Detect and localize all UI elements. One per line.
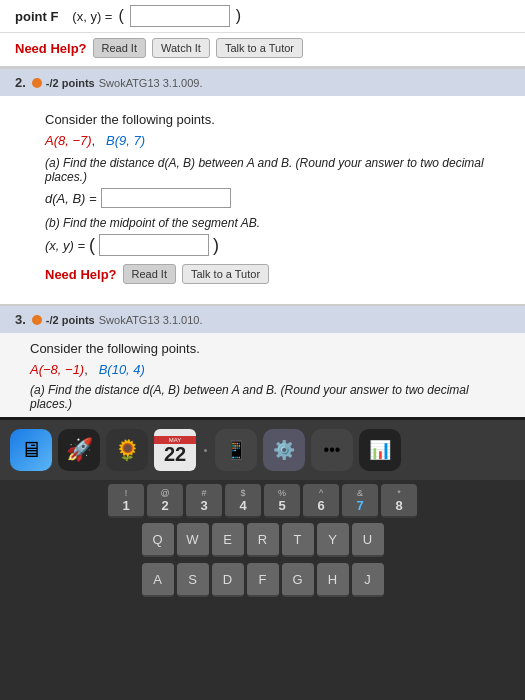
photos-icon: 🌻 [115, 438, 140, 462]
dock-strip: 🖥 🚀 🌻 MAY 22 📱 ⚙️ ••• 📊 [0, 420, 525, 480]
q2-da-b-label: d(A, B) = [45, 191, 97, 206]
talk-to-tutor-button-top[interactable]: Talk to a Tutor [216, 38, 303, 58]
question-2-section: 2. -/2 points SwokATG13 3.1.009. Conside… [0, 68, 525, 304]
q2-xy-row: (x, y) = ( ) [45, 234, 490, 256]
open-paren-top: ( [118, 7, 123, 25]
kb-key-2[interactable]: @2 [147, 484, 183, 518]
q2-point-b: B(9, 7) [106, 133, 145, 148]
q3-part-a-partial: (a) Find the distance d(A, B) between A … [30, 383, 505, 411]
question-2-header: 2. -/2 points SwokATG13 3.1.009. [0, 69, 525, 96]
q2-points: -/2 points [46, 77, 95, 89]
q2-consider: Consider the following points. [45, 112, 490, 127]
q2-number: 2. [15, 75, 26, 90]
q2-code: SwokATG13 3.1.009. [99, 77, 203, 89]
keyboard-area: !1 @2 #3 $4 %5 ^6 &7 *8 Q W E R T Y U A … [0, 480, 525, 700]
kb-key-j[interactable]: J [352, 563, 384, 597]
q2-xy-label: (x, y) = [45, 238, 85, 253]
kb-key-4[interactable]: $4 [225, 484, 261, 518]
kb-key-3[interactable]: #3 [186, 484, 222, 518]
orange-dot-q3 [32, 315, 42, 325]
xy-label-top: (x, y) = [72, 9, 112, 24]
app2-icon: ⚙️ [273, 439, 295, 461]
q2-need-help-row: Need Help? Read It Talk to a Tutor [45, 264, 490, 284]
kb-key-f[interactable]: F [247, 563, 279, 597]
kb-key-g[interactable]: G [282, 563, 314, 597]
q3-body: Consider the following points. A(−8, −1)… [0, 333, 525, 417]
point-f-row: point F (x, y) = ( ) [0, 0, 525, 33]
kb-key-q[interactable]: Q [142, 523, 174, 557]
app1-icon: 📱 [225, 439, 247, 461]
q2-need-help-label: Need Help? [45, 267, 117, 282]
point-f-input[interactable] [130, 5, 230, 27]
kb-key-a[interactable]: A [142, 563, 174, 597]
q2-open-paren: ( [89, 235, 95, 256]
finder-icon: 🖥 [20, 437, 42, 463]
need-help-label-top: Need Help? [15, 41, 87, 56]
q2-read-it-button[interactable]: Read It [123, 264, 176, 284]
q3-points: -/2 points [46, 314, 95, 326]
dock-icon-photos[interactable]: 🌻 [106, 429, 148, 471]
q2-da-b-row: d(A, B) = [45, 188, 490, 208]
q3-code: SwokATG13 3.1.010. [99, 314, 203, 326]
q3-point-b: B(10, 4) [99, 362, 145, 377]
orange-dot-q2 [32, 78, 42, 88]
q2-close-paren: ) [213, 235, 219, 256]
kb-key-1[interactable]: !1 [108, 484, 144, 518]
kb-key-5[interactable]: %5 [264, 484, 300, 518]
kb-key-u[interactable]: U [352, 523, 384, 557]
launchpad-icon: 🚀 [66, 437, 93, 463]
question-3-header: 3. -/2 points SwokATG13 3.1.010. [0, 306, 525, 333]
read-it-button-top[interactable]: Read It [93, 38, 146, 58]
q3-number: 3. [15, 312, 26, 327]
kb-key-d[interactable]: D [212, 563, 244, 597]
q3-consider: Consider the following points. [30, 341, 505, 356]
kb-row-asdf: A S D F G H J [0, 560, 525, 600]
app3-icon: 📊 [369, 439, 391, 461]
kb-key-y[interactable]: Y [317, 523, 349, 557]
close-paren-top: ) [236, 7, 241, 25]
kb-number-row: !1 @2 #3 $4 %5 ^6 &7 *8 [0, 480, 525, 520]
q2-da-b-input[interactable] [101, 188, 231, 208]
calendar-day: 22 [164, 444, 186, 464]
q3-points-list: A(−8, −1), B(10, 4) [30, 362, 505, 377]
kb-key-h[interactable]: H [317, 563, 349, 597]
dock-icon-app3[interactable]: 📊 [359, 429, 401, 471]
kb-key-w[interactable]: W [177, 523, 209, 557]
q2-points-list: A(8, −7), B(9, 7) [45, 133, 490, 148]
q2-talk-to-tutor-button[interactable]: Talk to a Tutor [182, 264, 269, 284]
kb-key-8[interactable]: *8 [381, 484, 417, 518]
more-icon: ••• [324, 441, 341, 459]
q2-xy-input[interactable] [99, 234, 209, 256]
question-3-section: 3. -/2 points SwokATG13 3.1.010. Conside… [0, 304, 525, 417]
q2-body: Consider the following points. A(8, −7),… [15, 104, 510, 294]
kb-row-qwerty: Q W E R T Y U [0, 520, 525, 560]
dock-icon-launchpad[interactable]: 🚀 [58, 429, 100, 471]
kb-key-6[interactable]: ^6 [303, 484, 339, 518]
kb-key-r[interactable]: R [247, 523, 279, 557]
q3-point-a: A(−8, −1) [30, 362, 84, 377]
kb-key-e[interactable]: E [212, 523, 244, 557]
watch-it-button-top[interactable]: Watch It [152, 38, 210, 58]
q2-point-a: A(8, −7) [45, 133, 92, 148]
dock-icon-app1[interactable]: 📱 [215, 429, 257, 471]
dock-overlay: 🖥 🚀 🌻 MAY 22 📱 ⚙️ ••• 📊 [0, 420, 525, 700]
dock-icon-finder[interactable]: 🖥 [10, 429, 52, 471]
q2-part-a-label: (a) Find the distance d(A, B) between A … [45, 156, 490, 184]
dock-icon-calendar[interactable]: MAY 22 [154, 429, 196, 471]
point-f-label: point F [15, 9, 58, 24]
need-help-top: Need Help? Read It Watch It Talk to a Tu… [0, 33, 525, 68]
kb-key-t[interactable]: T [282, 523, 314, 557]
dock-icon-more[interactable]: ••• [311, 429, 353, 471]
kb-key-7[interactable]: &7 [342, 484, 378, 518]
kb-key-s[interactable]: S [177, 563, 209, 597]
dock-separator [204, 449, 207, 452]
dock-icon-app2[interactable]: ⚙️ [263, 429, 305, 471]
q2-part-b-label: (b) Find the midpoint of the segment AB. [45, 216, 490, 230]
